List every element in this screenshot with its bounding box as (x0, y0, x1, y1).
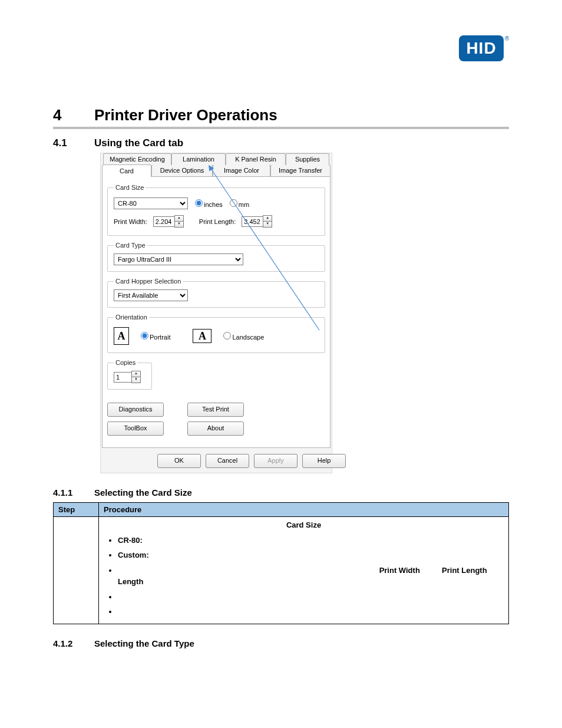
diagnostics-button[interactable]: Diagnostics (107, 403, 164, 417)
radio-portrait[interactable] (141, 332, 148, 340)
section-4-1-heading: 4.1Using the Card tab (53, 137, 509, 149)
spin-up-icon[interactable]: ▲ (263, 215, 272, 221)
group-copies: Copies ▲▼ (107, 359, 152, 390)
section-number: 4.1 (53, 137, 94, 149)
subsection-4-1-2-heading: 4.1.2Selecting the Card Type (53, 638, 509, 648)
col-step: Step (54, 503, 99, 517)
chapter-title: Printer Driver Operations (94, 106, 277, 124)
apply-button[interactable]: Apply (254, 454, 297, 468)
section-title: Using the Card tab (94, 137, 183, 149)
group-card-type: Card Type Fargo UltraCard III (107, 242, 325, 272)
toolbox-button[interactable]: ToolBox (107, 421, 164, 436)
printer-dialog: Magnetic Encoding Lamination K Panel Res… (100, 153, 332, 473)
spin-down-icon[interactable]: ▼ (174, 221, 184, 228)
print-length-input[interactable] (242, 216, 263, 227)
bullet-4 (118, 591, 504, 603)
ok-button[interactable]: OK (157, 454, 201, 468)
legend-copies: Copies (114, 359, 137, 366)
tab-supplies[interactable]: Supplies (286, 153, 329, 165)
radio-inches[interactable] (195, 199, 203, 207)
tab-k-panel-resin[interactable]: K Panel Resin (226, 153, 286, 165)
tab-device-options[interactable]: Device Options (151, 164, 213, 176)
tab-magnetic-encoding[interactable]: Magnetic Encoding (103, 153, 171, 165)
radio-portrait-label[interactable]: Portrait (137, 332, 170, 341)
radio-landscape[interactable] (223, 332, 231, 340)
subsection-number: 4.1.1 (53, 487, 94, 498)
radio-inches-label[interactable]: inches (191, 199, 223, 208)
card-type-select[interactable]: Fargo UltraCard III (114, 253, 243, 265)
spin-up-icon[interactable]: ▲ (174, 215, 184, 221)
col-procedure: Procedure (99, 503, 509, 517)
logo-text: HID (466, 39, 496, 57)
card-size-select[interactable]: CR-80 (114, 197, 188, 209)
subsection-4-1-1-heading: 4.1.1Selecting the Card Size (53, 487, 509, 498)
test-print-button[interactable]: Test Print (187, 403, 244, 417)
group-card-size: Card Size CR-80 inches mm Print Width: ▲… (107, 184, 325, 236)
step-cell (54, 517, 99, 624)
copies-spinner[interactable]: ▲▼ (114, 371, 141, 383)
spin-up-icon[interactable]: ▲ (131, 371, 141, 377)
copies-input[interactable] (114, 372, 131, 383)
tab-lamination[interactable]: Lamination (171, 153, 226, 165)
radio-mm-label[interactable]: mm (226, 199, 249, 208)
landscape-icon: A (193, 329, 211, 343)
legend-orientation: Orientation (114, 314, 149, 321)
hid-logo: HID® (459, 35, 509, 61)
print-width-input[interactable] (153, 216, 174, 227)
group-orientation: Orientation A Portrait A Landscape (107, 314, 325, 353)
card-panel: Card Size CR-80 inches mm Print Width: ▲… (102, 176, 330, 448)
print-width-label: Print Width: (114, 218, 147, 225)
bullet-custom: Custom: (118, 551, 149, 559)
spin-down-icon[interactable]: ▼ (263, 221, 272, 228)
about-button[interactable]: About (187, 421, 244, 436)
chapter-number: 4 (53, 106, 94, 124)
portrait-icon: A (114, 327, 129, 345)
procedure-cell: Card Size CR-80: Custom: Print Width Pri… (99, 517, 509, 624)
help-button[interactable]: Help (302, 454, 346, 468)
tab-card[interactable]: Card (102, 164, 151, 177)
bullet-5 (118, 606, 504, 618)
content-heading: Card Size (104, 519, 504, 531)
legend-card-type: Card Type (114, 242, 147, 249)
bullet-cr80: CR-80: (118, 536, 143, 545)
subsection-number: 4.1.2 (53, 638, 94, 648)
subsection-title: Selecting the Card Type (94, 638, 194, 648)
radio-landscape-label[interactable]: Landscape (220, 332, 264, 341)
print-width-spinner[interactable]: ▲▼ (153, 215, 184, 228)
radio-mm[interactable] (230, 199, 237, 207)
tab-image-transfer[interactable]: Image Transfer (270, 164, 330, 176)
divider (53, 127, 509, 129)
chapter-heading: 4Printer Driver Operations (53, 106, 509, 124)
spin-down-icon[interactable]: ▼ (131, 377, 141, 383)
print-length-label: Print Length: (199, 218, 236, 225)
procedure-table-4-1-1: Step Procedure Card Size CR-80: Custom: … (53, 502, 509, 624)
group-hopper: Card Hopper Selection First Available (107, 278, 325, 308)
hopper-select[interactable]: First Available (114, 289, 188, 301)
tab-image-color[interactable]: Image Color (213, 164, 270, 176)
cancel-button[interactable]: Cancel (206, 454, 249, 468)
subsection-title: Selecting the Card Size (94, 487, 192, 498)
print-length-spinner[interactable]: ▲▼ (242, 215, 272, 228)
legend-card-size: Card Size (114, 184, 146, 191)
bullet-print-width-length: Print Width Print Length Length (118, 565, 504, 588)
legend-hopper: Card Hopper Selection (114, 278, 183, 285)
